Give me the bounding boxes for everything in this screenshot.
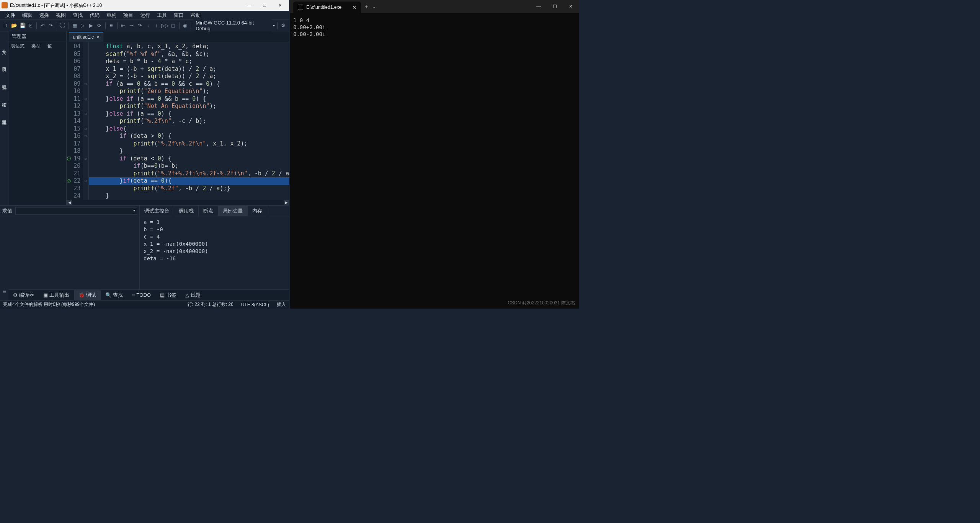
menu-选择[interactable]: 选择 — [36, 11, 52, 20]
code-editor[interactable]: ✓✓ 0405060708091011121314151617181920212… — [67, 42, 289, 200]
menu-项目[interactable]: 项目 — [120, 11, 136, 20]
evaluate-input[interactable] — [15, 207, 137, 215]
step-into-icon[interactable]: ↓ — [145, 22, 152, 29]
maximize-button[interactable]: ☐ — [257, 1, 272, 10]
code-line[interactable]: x_2 = (-b - sqrt(deta)) / 2 / a; — [92, 73, 289, 80]
code-line[interactable]: scanf("%f %f %f", &a, &b, &c); — [92, 51, 289, 58]
format-icon[interactable]: ≡ — [108, 22, 115, 29]
menu-工具[interactable]: 工具 — [154, 11, 170, 20]
menu-代码[interactable]: 代码 — [87, 11, 103, 20]
indent-left-icon[interactable]: ⇤ — [120, 22, 127, 29]
evaluate-label: 求值 — [2, 208, 12, 214]
menu-运行[interactable]: 运行 — [137, 11, 153, 20]
tab-menu-icon[interactable]: ⌄ — [372, 5, 376, 9]
code-line[interactable]: printf("%.2f+%.2fi\n%.2f-%.2fi\n", -b / … — [92, 170, 289, 178]
new-file-icon[interactable]: 🗋 — [2, 22, 9, 29]
breakpoint-marker[interactable]: ✓ — [67, 157, 71, 160]
debug-tab-断点[interactable]: 断点 — [199, 206, 218, 216]
menu-文件[interactable]: 文件 — [2, 11, 18, 20]
code-line[interactable]: printf("%.2f", -b / 2 / a);} — [92, 185, 289, 193]
step-out-icon[interactable]: ↑ — [153, 22, 160, 29]
file-tab[interactable]: untitled1.c ✕ — [69, 32, 103, 42]
manager-col[interactable]: 类型 — [31, 43, 41, 49]
breakpoint-marker[interactable]: ✓ — [67, 179, 71, 183]
code-line[interactable]: }else{ — [92, 125, 289, 133]
code-line[interactable]: float a, b, c, x_1, x_2, deta; — [92, 43, 289, 51]
code-line[interactable]: } — [92, 147, 289, 155]
terminal-icon — [298, 5, 303, 10]
scroll-left-icon[interactable]: ◀ — [67, 200, 72, 205]
bottom-tab-编译器[interactable]: ⚙编译器 — [8, 290, 39, 300]
side-tab-文件[interactable]: 文件 — [0, 43, 8, 49]
breakpoint-icon[interactable]: ◉ — [182, 22, 189, 29]
code-line[interactable]: }else if (a == 0) { — [92, 110, 289, 118]
code-line[interactable]: if (deta > 0) { — [92, 132, 289, 140]
manager-col[interactable]: 表达式 — [11, 43, 24, 49]
side-tab-项目[interactable]: 项目 — [0, 60, 8, 67]
minimize-button[interactable]: — — [531, 1, 547, 12]
code-line[interactable]: return 0; — [92, 200, 289, 200]
run-icon[interactable]: ▷ — [79, 22, 86, 29]
close-button[interactable]: ✕ — [272, 1, 287, 10]
redo-icon[interactable]: ↷ — [47, 22, 54, 29]
code-line[interactable]: printf("Zero Equation\n"); — [92, 88, 289, 95]
step-over-icon[interactable]: ↷ — [136, 22, 143, 29]
open-file-icon[interactable]: 📂 — [11, 22, 18, 29]
bottom-tab-书签[interactable]: ▤书签 — [155, 290, 181, 300]
menu-重构[interactable]: 重构 — [103, 11, 119, 20]
bottom-tab-TODO[interactable]: ≡TODO — [127, 291, 155, 299]
menu-帮助[interactable]: 帮助 — [188, 11, 204, 20]
debug-tab-局部变量[interactable]: 局部变量 — [218, 206, 248, 216]
menu-编辑[interactable]: 编辑 — [19, 11, 35, 20]
menu-查找[interactable]: 查找 — [70, 11, 86, 20]
code-line[interactable]: if (deta < 0) { — [92, 155, 289, 163]
bottom-tab-工具输出[interactable]: ▣工具输出 — [39, 290, 74, 300]
maximize-button[interactable]: ☐ — [547, 1, 563, 12]
debug-tab-调用栈[interactable]: 调用栈 — [174, 206, 199, 216]
compile-run-icon[interactable]: ▶ — [88, 22, 95, 29]
compiler-select[interactable]: MinGW GCC 11.2.0 64-bit Debug — [193, 19, 271, 32]
bottom-tab-查找[interactable]: 🔍查找 — [101, 290, 127, 300]
menu-窗口[interactable]: 窗口 — [171, 11, 187, 20]
bottom-tab-调试[interactable]: 🐞调试 — [74, 290, 101, 300]
code-line[interactable]: printf("Not An Equation\n"); — [92, 103, 289, 110]
code-line[interactable]: x_1 = (-b + sqrt(deta)) / 2 / a; — [92, 65, 289, 73]
code-line[interactable]: if (a == 0 && b == 0 && c == 0) { — [92, 80, 289, 88]
settings-icon[interactable]: ⚙ — [280, 22, 287, 29]
side-tab-结构[interactable]: 结构 — [0, 96, 8, 102]
compile-icon[interactable]: ▦ — [71, 22, 78, 29]
debug-tab-内存[interactable]: 内存 — [248, 206, 267, 216]
undo-icon[interactable]: ↶ — [39, 22, 46, 29]
save-all-icon[interactable]: ⎘ — [27, 22, 34, 29]
code-line[interactable]: if(b==0)b=-b; — [92, 162, 289, 170]
rebuild-icon[interactable]: ⟳ — [96, 22, 103, 29]
side-tab-试题集[interactable]: 试题集 — [0, 113, 8, 119]
new-tab-icon[interactable]: + — [365, 3, 368, 10]
close-button[interactable]: ✕ — [563, 1, 579, 12]
save-icon[interactable]: 💾 — [19, 22, 26, 29]
close-tab-icon[interactable]: ✕ — [96, 35, 100, 40]
side-tab-监视[interactable]: 监视 — [0, 78, 8, 84]
collapse-icon[interactable]: ≣ — [3, 289, 6, 294]
bottom-tab-试题[interactable]: △试题 — [181, 290, 205, 300]
terminal-output[interactable]: 1 0 4 0.00+2.00i 0.00-2.00i — [290, 13, 579, 309]
debug-tab-调试主控台[interactable]: 调试主控台 — [140, 206, 174, 216]
minimize-button[interactable]: — — [242, 1, 257, 10]
select-icon[interactable]: ⛶ — [59, 22, 66, 29]
code-line[interactable]: printf("%.2f\n", -c / b); — [92, 118, 289, 125]
dropdown-icon[interactable]: ▾ — [273, 23, 275, 28]
scroll-right-icon[interactable]: ▶ — [284, 200, 289, 205]
horizontal-scrollbar[interactable]: ◀ ▶ — [67, 200, 289, 205]
code-line[interactable]: printf("%.2f\n%.2f\n", x_1, x_2); — [92, 140, 289, 148]
indent-right-icon[interactable]: ⇥ — [128, 22, 135, 29]
manager-col[interactable]: 值 — [47, 43, 52, 49]
close-tab-icon[interactable]: ✕ — [352, 5, 356, 10]
code-line[interactable]: } — [92, 192, 289, 200]
stop-icon[interactable]: ◻ — [170, 22, 177, 29]
code-line[interactable]: }else if (a == 0 && b == 0) { — [92, 95, 289, 103]
code-line[interactable]: }if(deta == 0){ — [89, 177, 289, 185]
continue-icon[interactable]: ▷▷ — [162, 22, 168, 29]
code-line[interactable]: deta = b * b - 4 * a * c; — [92, 58, 289, 65]
terminal-tab[interactable]: E:\c\untitled1.exe ✕ — [293, 2, 361, 13]
menu-视图[interactable]: 视图 — [53, 11, 69, 20]
